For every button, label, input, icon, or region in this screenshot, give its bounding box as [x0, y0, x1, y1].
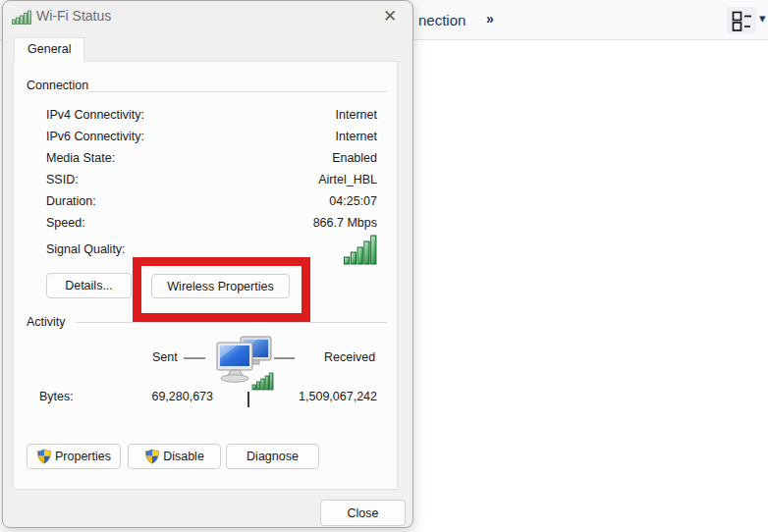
- properties-button[interactable]: Properties: [27, 444, 121, 469]
- activity-section-title: Activity: [27, 315, 66, 329]
- row-speed: Speed: 866.7 Mbps: [46, 216, 377, 238]
- uac-shield-icon: [36, 449, 52, 464]
- connection-rows: IPv4 Connectivity: Internet IPv6 Connect…: [46, 108, 377, 238]
- dialog-titlebar[interactable]: Wi-Fi Status ✕: [3, 1, 412, 34]
- sent-bytes-value: 69,280,673: [102, 390, 213, 403]
- row-label: Media State:: [46, 151, 115, 165]
- received-label: Received: [324, 350, 375, 364]
- disable-button-label: Disable: [163, 450, 204, 463]
- wifi-status-dialog: Wi-Fi Status ✕ General Connection IPv4 C…: [2, 0, 413, 528]
- row-label: SSID:: [46, 173, 79, 186]
- diagnose-button[interactable]: Diagnose: [226, 444, 319, 469]
- dialog-title: Wi-Fi Status: [36, 8, 111, 24]
- close-button[interactable]: Close: [320, 500, 406, 526]
- signal-quality-label: Signal Quality:: [46, 242, 126, 256]
- wireless-properties-button[interactable]: Wireless Properties: [151, 274, 290, 298]
- row-value: Enabled: [332, 151, 377, 165]
- connection-section-title: Connection: [27, 79, 88, 92]
- row-label: IPv6 Connectivity:: [46, 130, 144, 143]
- properties-button-label: Properties: [55, 450, 111, 463]
- computers-icon: [216, 336, 277, 394]
- connection-section-divider: [88, 91, 387, 92]
- signal-quality-icon: [344, 235, 377, 268]
- row-value: Airtel_HBL: [318, 173, 377, 186]
- dropdown-caret-icon[interactable]: ▾: [759, 11, 766, 26]
- general-tab-page: Connection IPv4 Connectivity: Internet I…: [13, 61, 398, 490]
- toolbar-overflow-chevron-icon[interactable]: »: [486, 11, 494, 27]
- background-partial-tab[interactable]: nection: [418, 12, 466, 28]
- row-value: Internet: [336, 130, 377, 143]
- sent-label: Sent: [152, 350, 178, 364]
- list-view-icon[interactable]: [727, 7, 756, 34]
- received-bytes-value: 1,509,067,242: [240, 390, 377, 403]
- received-dash: [274, 357, 295, 359]
- row-value: 04:25:07: [329, 194, 377, 208]
- row-ipv6: IPv6 Connectivity: Internet: [46, 130, 377, 151]
- close-icon[interactable]: ✕: [377, 4, 403, 29]
- row-label: IPv4 Connectivity:: [46, 108, 144, 122]
- row-value: 866.7 Mbps: [313, 216, 377, 230]
- disable-button[interactable]: Disable: [128, 444, 221, 469]
- sent-dash: [184, 357, 205, 359]
- row-label: Speed:: [46, 216, 85, 230]
- row-duration: Duration: 04:25:07: [46, 194, 377, 216]
- uac-shield-icon: [144, 449, 160, 464]
- row-media-state: Media State: Enabled: [46, 151, 377, 173]
- activity-section-divider: [76, 322, 387, 323]
- bytes-label: Bytes:: [39, 390, 74, 403]
- details-button[interactable]: Details...: [46, 273, 132, 298]
- row-ssid: SSID: Airtel_HBL: [46, 173, 377, 194]
- row-value: Internet: [336, 108, 377, 122]
- row-ipv4: IPv4 Connectivity: Internet: [46, 108, 377, 130]
- tab-general[interactable]: General: [14, 37, 84, 62]
- row-label: Duration:: [46, 194, 96, 208]
- wifi-signal-icon: [12, 10, 32, 27]
